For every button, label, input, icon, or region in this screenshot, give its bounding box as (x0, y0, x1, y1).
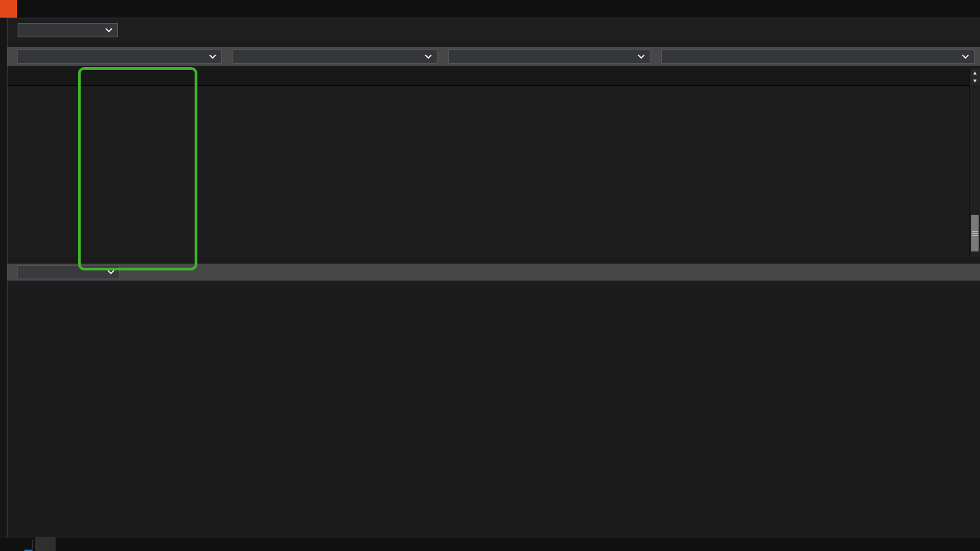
strategy-analyzer-tab[interactable] (0, 0, 17, 18)
strategy-analyzer-window: ▲ ▼ (7, 18, 980, 537)
chevron-down-icon (100, 270, 115, 274)
table-scrollbar[interactable]: ▲ ▼ (969, 68, 980, 257)
x-axis-labels (87, 515, 980, 527)
analysis-table: ▲ ▼ (7, 68, 980, 257)
longshort-select[interactable] (233, 49, 437, 64)
chevron-down-icon (202, 54, 216, 59)
timebase-select[interactable] (661, 49, 975, 64)
profit-chart-svg (87, 285, 980, 515)
scrollbar-thumb[interactable] (971, 215, 979, 251)
add-tab-button[interactable] (35, 537, 56, 551)
display-row (7, 18, 980, 41)
chevron-down-icon (631, 54, 645, 59)
period-select[interactable] (17, 49, 222, 64)
chart-plot-area (87, 281, 980, 515)
tab-separator (33, 539, 33, 549)
analysis-table-header (7, 68, 980, 86)
window-tab-strip (0, 0, 980, 18)
x-axis-title (87, 527, 980, 537)
chevron-down-icon (955, 54, 969, 59)
graph-row (7, 264, 980, 281)
graph-select[interactable] (17, 265, 120, 279)
chevron-down-icon (418, 54, 432, 59)
y-axis (7, 281, 87, 515)
scroll-up-icon[interactable]: ▲ (970, 68, 980, 77)
tab-analyzer[interactable] (24, 537, 33, 551)
highlight-annotation-box (78, 67, 197, 270)
bottom-tab-bar (0, 537, 980, 551)
cumulative-profit-chart (7, 281, 980, 537)
filter-bar (7, 47, 980, 66)
chevron-down-icon (98, 28, 113, 33)
display-select[interactable] (18, 23, 118, 37)
scroll-down-icon[interactable]: ▼ (970, 77, 980, 85)
winloss-select[interactable] (448, 49, 650, 64)
